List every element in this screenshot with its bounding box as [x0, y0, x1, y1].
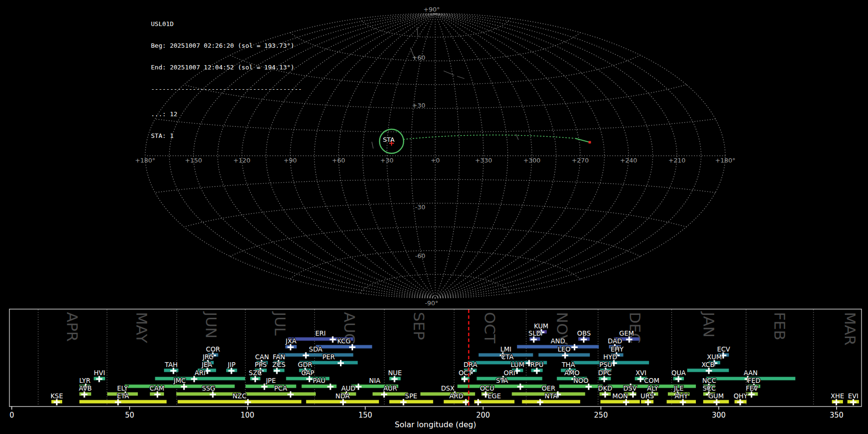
- radiant-plot-canvas: +90°+60+30-30-60-90°+180°+150+120+90+60+…: [0, 0, 868, 434]
- shower-code-label: KUM: [534, 322, 548, 330]
- shower-peak-marker: [340, 399, 346, 406]
- shower-peak-marker: [252, 376, 258, 382]
- shower-code-label: LUM: [511, 361, 524, 368]
- shower-activity-bar: [80, 400, 167, 404]
- shower-peak-marker: [714, 399, 720, 406]
- shower-URS: URS: [640, 392, 654, 406]
- shower-activity-bar: [245, 393, 316, 396]
- shower-code-label: LEO: [558, 345, 571, 353]
- shower-peak-marker: [170, 368, 176, 374]
- shower-peak-marker: [181, 384, 187, 390]
- shower-code-label: ETA: [117, 392, 130, 400]
- shower-peak-marker: [191, 376, 197, 382]
- shower-activity-bar: [373, 393, 408, 396]
- sky-grid-meridian: [435, 14, 556, 298]
- latitude-label: -90°: [425, 299, 438, 307]
- shower-code-label: QUA: [671, 369, 686, 377]
- shower-code-label: XVI: [636, 369, 646, 377]
- shower-peak-marker: [115, 399, 121, 406]
- shower-code-label: DAD: [608, 337, 622, 345]
- shower-peak-marker: [623, 399, 629, 406]
- shower-activity-bar: [124, 385, 234, 388]
- shower-activity-bar: [458, 385, 547, 388]
- shower-code-label: JLE: [673, 384, 683, 392]
- latitude-label: -30: [415, 203, 425, 211]
- shower-bars: KUMERISLDOBSGEMJXAKCGANDDADCORSDALMILEOE…: [51, 322, 859, 406]
- shower-code-label: HYD: [603, 353, 617, 361]
- month-label: JAN: [700, 311, 718, 338]
- month-label: JUL: [271, 311, 289, 336]
- shower-code-label: AMO: [564, 369, 580, 377]
- shower-peak-marker: [81, 392, 87, 398]
- shower-EGE: EGE: [474, 392, 515, 406]
- longitude-label: +0: [431, 157, 440, 164]
- shower-code-label: STA: [496, 377, 508, 384]
- shower-code-label: AND: [551, 337, 565, 345]
- shower-HVI: HVI: [94, 369, 105, 382]
- shower-code-label: NCC: [702, 377, 716, 384]
- shower-peak-marker: [571, 344, 578, 351]
- shower-code-label: AVB: [79, 384, 92, 392]
- shower-code-label: XUM: [707, 353, 722, 361]
- longitude-label: +330: [475, 157, 492, 164]
- shower-SZC: SZC: [249, 369, 262, 382]
- shower-XHE: XHE: [831, 392, 844, 406]
- shower-code-label: JXA: [285, 337, 297, 345]
- shower-JXA: JXA: [285, 337, 297, 351]
- shower-code-label: COM: [644, 377, 660, 384]
- longitude-label: +300: [523, 157, 541, 164]
- x-axis-title: Solar longitude (deg): [395, 420, 476, 429]
- month-label: JUN: [203, 311, 220, 339]
- shower-RPU: RPU: [530, 361, 543, 374]
- shower-code-label: COR: [206, 345, 220, 353]
- shower-activity-bar: [177, 400, 301, 404]
- shower-activity-bar: [155, 377, 245, 380]
- shower-code-label: EVI: [848, 392, 858, 400]
- shower-code-label: DPC: [598, 369, 611, 377]
- shower-peak-marker: [381, 392, 387, 398]
- shower-code-label: JPE: [265, 377, 276, 384]
- shower-code-label: JRC: [202, 353, 213, 361]
- shower-code-label: TAH: [164, 361, 178, 368]
- shower-code-label: CTA: [501, 353, 514, 361]
- shower-peak-marker: [601, 376, 607, 382]
- shower-peak-marker: [54, 399, 60, 406]
- shower-code-label: AUD: [341, 384, 356, 392]
- shower-peak-marker: [833, 399, 840, 406]
- shower-AVB: AVB: [79, 384, 92, 398]
- shower-code-label: ELY: [117, 384, 128, 392]
- shower-code-label: PER: [322, 353, 335, 361]
- shower-TAH: TAH: [164, 361, 178, 374]
- shower-activity-bar: [600, 400, 640, 404]
- shower-code-label: GDR: [298, 361, 312, 368]
- shower-code-label: CAM: [149, 384, 164, 392]
- shower-peak-marker: [306, 376, 312, 382]
- longitude-label: +30: [380, 157, 393, 164]
- shower-NUE: NUE: [388, 369, 402, 382]
- shower-peak-marker: [228, 368, 234, 374]
- shower-peak-marker: [349, 344, 355, 351]
- longitude-label: +270: [571, 157, 589, 164]
- shower-code-label: OER: [542, 384, 556, 392]
- shower-code-label: SSG: [202, 384, 216, 392]
- shower-peak-marker: [675, 376, 681, 382]
- station-id: USL01D: [151, 20, 302, 27]
- shower-code-label: HVI: [94, 369, 105, 377]
- shower-activity-bar: [389, 400, 433, 404]
- shower-activity-bar: [420, 393, 475, 396]
- shower-activity-bar: [316, 345, 372, 349]
- shower-code-label: DRA: [463, 361, 477, 368]
- shower-code-label: LMI: [500, 345, 511, 353]
- x-axis-tick-label: 250: [594, 411, 608, 420]
- shower-ZCS: ZCS: [272, 361, 285, 374]
- shower-code-label: FEV: [746, 384, 758, 392]
- shower-code-label: ARI: [195, 369, 206, 377]
- shower-code-label: AHY: [675, 392, 688, 400]
- shower-code-label: PPS: [255, 361, 267, 368]
- shower-code-label: SLD: [529, 329, 542, 337]
- shower-CAM: CAM: [149, 384, 164, 398]
- shower-code-label: FED: [747, 377, 760, 384]
- shower-peak-marker: [748, 392, 755, 398]
- begin-time-line: Beg: 20251007 02:26:20 (sol = 193.73°): [151, 42, 302, 49]
- longitude-label: +120: [233, 157, 251, 164]
